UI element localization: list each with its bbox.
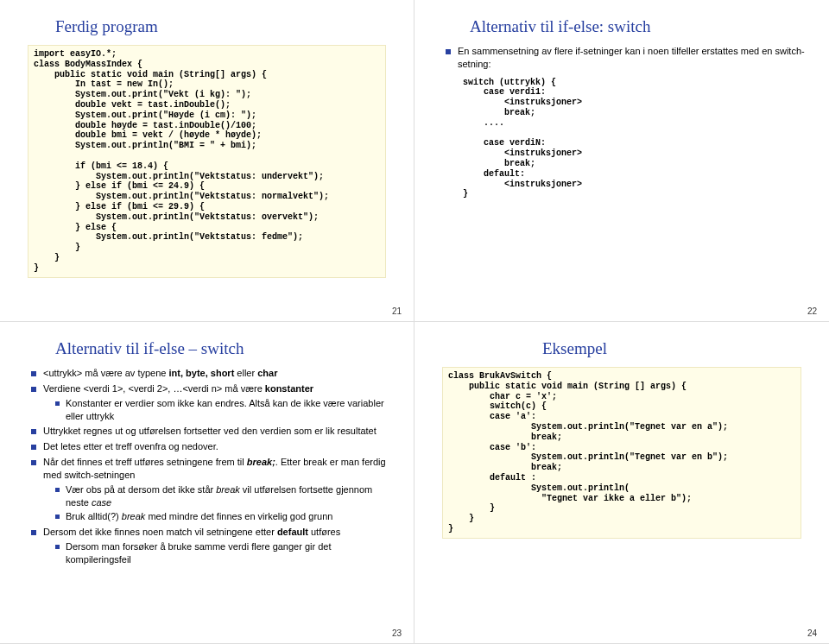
bullet-item: En sammensetning av flere if-setninger k… bbox=[446, 45, 805, 199]
slide-title: Alternativ til if-else – switch bbox=[24, 339, 389, 358]
slide-title: Alternativ til if-else: switch bbox=[439, 17, 805, 36]
code-block: switch (uttrykk) { case verdi1: <instruk… bbox=[463, 78, 805, 200]
code-block: class BrukAvSwitch { public static void … bbox=[448, 371, 795, 534]
page-number: 24 bbox=[807, 628, 817, 638]
page-number: 22 bbox=[807, 306, 817, 316]
sub-bullet: Dersom man forsøker å bruke samme verdi … bbox=[55, 540, 389, 566]
slide-grid: Ferdig program import easyIO.*; class Bo… bbox=[0, 0, 829, 644]
bullet-item: Uttrykket regnes ut og utførelsen fortse… bbox=[31, 425, 389, 438]
bullet-item: Verdiene <verdi 1>, <verdi 2>, …<verdi n… bbox=[31, 382, 389, 423]
content-area: <uttrykk> må være av typene int, byte, s… bbox=[24, 367, 389, 566]
bullet-item: Dersom det ikke finnes noen match vil se… bbox=[31, 526, 389, 566]
slide-title: Ferdig program bbox=[24, 17, 389, 36]
bullet-item: Det letes etter et treff ovenfra og nedo… bbox=[31, 440, 389, 453]
code-box: class BrukAvSwitch { public static void … bbox=[442, 367, 801, 539]
slide-23: Alternativ til if-else – switch <uttrykk… bbox=[0, 322, 414, 644]
bullet-text: En sammensetning av flere if-setninger k… bbox=[458, 46, 805, 69]
bullet-item: Når det finnes et treff utføres setninge… bbox=[31, 456, 389, 523]
slide-22: Alternativ til if-else: switch En sammen… bbox=[414, 0, 829, 322]
page-number: 23 bbox=[392, 628, 402, 638]
slide-title: Eksempel bbox=[439, 339, 805, 358]
sub-bullet: Konstanter er verdier som ikke kan endre… bbox=[55, 397, 389, 423]
slide-21: Ferdig program import easyIO.*; class Bo… bbox=[0, 0, 414, 322]
code-block: import easyIO.*; class BodyMassIndex { p… bbox=[34, 49, 380, 274]
content-area: En sammensetning av flere if-setninger k… bbox=[439, 45, 805, 199]
slide-24: Eksempel class BrukAvSwitch { public sta… bbox=[414, 322, 829, 644]
page-number: 21 bbox=[392, 306, 402, 316]
sub-bullet: Vær obs på at dersom det ikke står break… bbox=[55, 483, 389, 509]
sub-bullet: Bruk alltid(?) break med mindre det finn… bbox=[55, 510, 389, 523]
bullet-item: <uttrykk> må være av typene int, byte, s… bbox=[31, 367, 389, 380]
code-box: import easyIO.*; class BodyMassIndex { p… bbox=[28, 45, 386, 278]
